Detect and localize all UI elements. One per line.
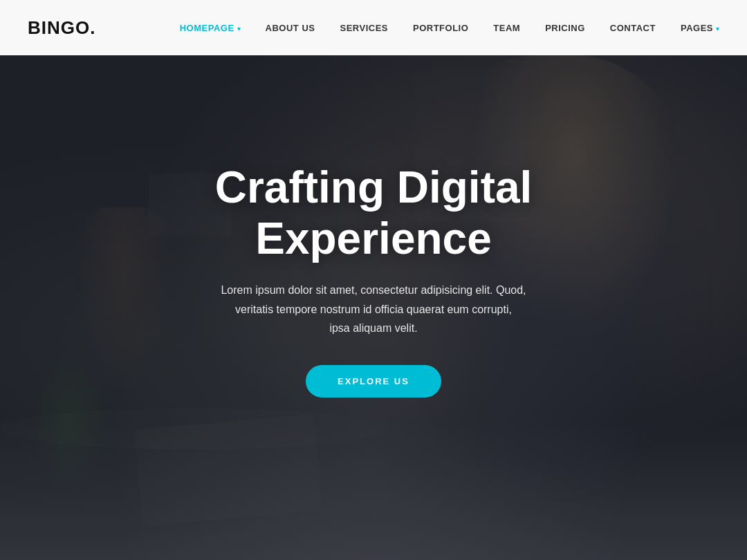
nav-link-services[interactable]: SERVICES — [340, 23, 388, 33]
nav-links: HOMEPAGE▾ ABOUT US SERVICES PORTFOLIO TE… — [180, 21, 719, 34]
nav-item-about[interactable]: ABOUT US — [266, 21, 315, 34]
svg-rect-3 — [134, 414, 322, 526]
nav-item-portfolio[interactable]: PORTFOLIO — [413, 21, 468, 34]
nav-item-team[interactable]: TEAM — [493, 21, 520, 34]
hero-title: Crafting Digital Experience — [215, 162, 533, 264]
nav-item-pages[interactable]: PAGES▾ — [681, 21, 719, 34]
hero-title-line2: Experience — [255, 214, 492, 263]
nav-link-team[interactable]: TEAM — [493, 23, 520, 33]
hero-title-line1: Crafting Digital — [215, 162, 533, 212]
nav-link-pages[interactable]: PAGES — [681, 23, 713, 33]
nav-item-pricing[interactable]: PRICING — [545, 21, 585, 34]
explore-button[interactable]: EXPLORE US — [306, 365, 441, 398]
nav-item-homepage[interactable]: HOMEPAGE▾ — [180, 21, 241, 34]
hero-content: Crafting Digital Experience Lorem ipsum … — [201, 162, 546, 398]
logo[interactable]: BINGO. — [28, 17, 95, 39]
navbar: BINGO. HOMEPAGE▾ ABOUT US SERVICES PORTF… — [0, 0, 747, 55]
pages-dropdown-icon: ▾ — [716, 25, 719, 32]
nav-link-homepage[interactable]: HOMEPAGE — [180, 23, 234, 33]
hero-subtitle: Lorem ipsum dolor sit amet, consectetur … — [215, 281, 533, 337]
nav-link-pricing[interactable]: PRICING — [545, 23, 585, 33]
hero-section: Crafting Digital Experience Lorem ipsum … — [0, 0, 747, 560]
homepage-dropdown-icon: ▾ — [237, 25, 241, 32]
nav-link-portfolio[interactable]: PORTFOLIO — [413, 23, 468, 33]
nav-link-contact[interactable]: CONTACT — [610, 23, 656, 33]
nav-link-about[interactable]: ABOUT US — [266, 23, 315, 33]
nav-item-services[interactable]: SERVICES — [340, 21, 388, 34]
nav-item-contact[interactable]: CONTACT — [610, 21, 656, 34]
